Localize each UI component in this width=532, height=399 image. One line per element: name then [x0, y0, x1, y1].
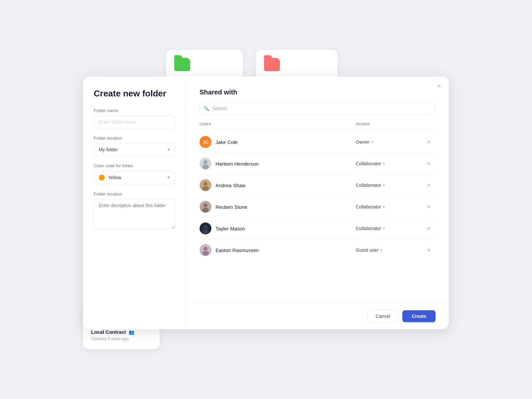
bg-card-local-title: Local Contract	[91, 329, 126, 335]
right-panel: Shared with 🔍 Users Access JC	[186, 76, 449, 303]
table-row: Reuben Stone Collaborator ▾ ✕	[200, 196, 436, 218]
svg-point-4	[203, 182, 207, 186]
user-info-andrea: Andrea Shaw	[200, 179, 356, 191]
access-text-andrea: Collaborator	[356, 183, 381, 188]
folder-icon-red	[264, 58, 280, 71]
avatar-easton	[200, 244, 211, 256]
access-chevron-tayler[interactable]: ▾	[383, 226, 385, 231]
access-text-tayler: Collaborator	[356, 226, 381, 231]
user-name-andrea: Andrea Shaw	[215, 183, 245, 188]
users-table: Users Access JC Jake Cole Owner ▾	[200, 121, 436, 291]
bg-card-local-sub: Opened 3 days ago	[91, 336, 152, 341]
remove-btn-tayler[interactable]: ✕	[422, 226, 436, 231]
access-cell-jake: Owner ▾	[356, 139, 422, 145]
avatar-tayler	[200, 222, 211, 234]
remove-btn-andrea[interactable]: ✕	[422, 183, 436, 188]
folder-location-select[interactable]: My folder	[94, 143, 175, 156]
create-button[interactable]: Create	[402, 310, 436, 322]
access-cell-harleen: Collaborator ▾	[356, 161, 422, 166]
svg-point-14	[202, 251, 209, 256]
svg-point-11	[202, 229, 209, 234]
svg-point-1	[203, 160, 207, 164]
modal-title: Create new folder	[94, 88, 175, 99]
description-textarea[interactable]	[94, 199, 175, 229]
description-group: Folder location	[94, 192, 175, 230]
color-code-group: Color code for folder Yellow ▼	[94, 163, 175, 184]
folder-icon-green	[174, 58, 190, 71]
svg-point-2	[202, 165, 209, 169]
user-info-reuben: Reuben Stone	[200, 201, 356, 213]
folder-location-value: My folder	[99, 147, 118, 152]
avatar-harleen	[200, 158, 211, 170]
search-icon: 🔍	[203, 106, 209, 111]
close-button[interactable]: ×	[437, 83, 441, 89]
shared-with-title: Shared with	[200, 88, 436, 96]
folder-location-label: Folder location	[94, 136, 175, 141]
color-select[interactable]: Yellow	[94, 171, 175, 184]
access-text-harleen: Collaborator	[356, 161, 381, 166]
avatar-jake-cole: JC	[200, 136, 211, 148]
access-chevron-jake[interactable]: ▾	[371, 140, 373, 144]
access-text-easton: Guest user	[356, 247, 378, 253]
col-access: Access	[356, 121, 422, 126]
folder-name-group: Folder name	[94, 108, 175, 128]
color-select-wrapper: Yellow ▼	[94, 171, 175, 184]
user-name-tayler: Tayler Mason	[215, 226, 245, 231]
create-folder-modal: × Create new folder Folder name Folder l…	[83, 76, 449, 329]
remove-btn-easton[interactable]: ✕	[422, 247, 436, 253]
access-cell-andrea: Collaborator ▾	[356, 183, 422, 188]
description-label: Folder location	[94, 192, 175, 197]
svg-point-13	[203, 247, 207, 251]
access-chevron-harleen[interactable]: ▾	[383, 162, 385, 166]
access-chevron-andrea[interactable]: ▾	[383, 183, 385, 188]
user-info-harleen: Harleen Henderson	[200, 158, 356, 170]
user-name-harleen: Harleen Henderson	[215, 161, 259, 167]
search-box: 🔍	[200, 102, 436, 115]
table-header: Users Access	[200, 121, 436, 130]
right-panel-container: Shared with 🔍 Users Access JC	[186, 76, 449, 329]
avatar-reuben	[200, 201, 211, 213]
color-value: Yellow	[108, 175, 170, 180]
user-name-jake: Jake Cole	[215, 139, 238, 145]
table-row: Tayler Mason Collaborator ▾ ✕	[200, 218, 436, 239]
user-name-easton: Easton Rasmussen	[215, 247, 259, 253]
remove-btn-jake[interactable]: ✕	[422, 139, 436, 145]
access-cell-reuben: Collaborator ▾	[356, 204, 422, 209]
shared-icon-3: 👥	[129, 330, 134, 335]
table-row: Andrea Shaw Collaborator ▾ ✕	[200, 175, 436, 196]
folder-name-input[interactable]	[94, 116, 175, 128]
folder-location-group: Folder location My folder ▼	[94, 136, 175, 156]
modal-footer: Cancel Create	[186, 303, 449, 329]
user-info-tayler: Tayler Mason	[200, 222, 356, 234]
search-input[interactable]	[200, 102, 436, 115]
cancel-button[interactable]: Cancel	[367, 310, 399, 323]
left-panel: Create new folder Folder name Folder loc…	[83, 76, 186, 329]
access-cell-tayler: Collaborator ▾	[356, 226, 422, 231]
access-chevron-easton[interactable]: ▾	[380, 248, 382, 252]
access-text-jake: Owner	[356, 139, 369, 145]
table-row: JC Jake Cole Owner ▾ ✕	[200, 131, 436, 153]
color-dot	[99, 175, 105, 181]
color-code-label: Color code for folder	[94, 163, 175, 168]
avatar-andrea	[200, 179, 211, 191]
user-info-jake: JC Jake Cole	[200, 136, 356, 148]
table-row: Easton Rasmussen Guest user ▾ ✕	[200, 239, 436, 261]
svg-point-5	[202, 186, 209, 191]
user-name-reuben: Reuben Stone	[215, 204, 247, 210]
svg-point-7	[203, 203, 207, 207]
access-text-reuben: Collaborator	[356, 204, 381, 209]
folder-name-label: Folder name	[94, 108, 175, 113]
user-info-easton: Easton Rasmussen	[200, 244, 356, 256]
access-chevron-reuben[interactable]: ▾	[383, 205, 385, 209]
svg-point-8	[202, 208, 209, 212]
col-users: Users	[200, 121, 356, 126]
folder-location-select-wrapper: My folder ▼	[94, 143, 175, 156]
svg-point-10	[203, 225, 207, 229]
remove-btn-reuben[interactable]: ✕	[422, 204, 436, 209]
access-cell-easton: Guest user ▾	[356, 247, 422, 253]
table-row: Harleen Henderson Collaborator ▾ ✕	[200, 153, 436, 175]
remove-btn-harleen[interactable]: ✕	[422, 161, 436, 166]
